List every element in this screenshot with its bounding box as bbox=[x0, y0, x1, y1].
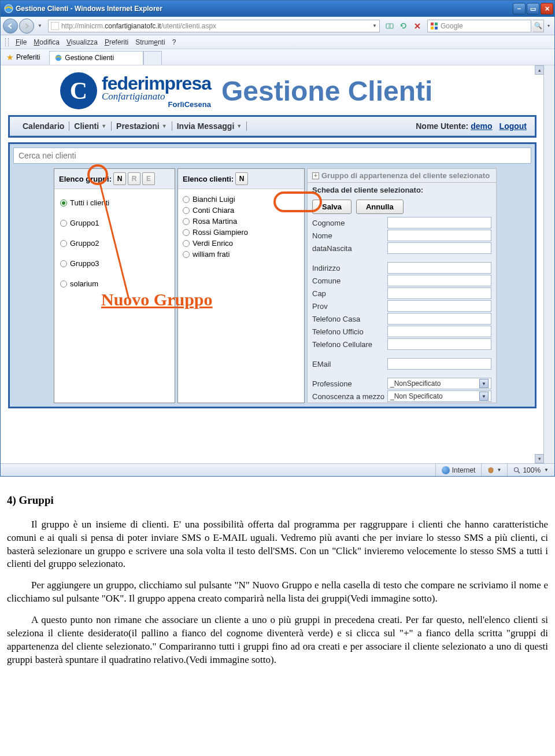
favorites-bar: ★ Preferiti Gestione Clienti bbox=[1, 49, 554, 65]
field-label: Conoscenza a mezzo bbox=[312, 392, 387, 401]
new-client-button[interactable]: N bbox=[235, 172, 248, 185]
nome-field[interactable] bbox=[387, 230, 491, 241]
groups-header: Elenco gruppi: bbox=[59, 175, 112, 183]
indirizzo-field[interactable] bbox=[387, 262, 491, 274]
nav-dropdown-icon[interactable]: ▼ bbox=[35, 23, 45, 28]
menu-preferiti[interactable]: Preferiti bbox=[105, 38, 128, 46]
professione-select[interactable]: _NonSpecificato▼ bbox=[387, 378, 491, 389]
chevron-down-icon: ▼ bbox=[236, 123, 242, 129]
tab-title: Gestione Clienti bbox=[65, 54, 114, 62]
chevron-down-icon: ▼ bbox=[479, 392, 489, 401]
svg-line-9 bbox=[518, 471, 520, 473]
titlebar: Gestione Clienti - Windows Internet Expl… bbox=[1, 1, 554, 17]
group-item[interactable]: Gruppo3 bbox=[60, 259, 169, 268]
maximize-button[interactable]: ▭ bbox=[527, 3, 539, 14]
new-group-button[interactable]: N bbox=[113, 172, 126, 185]
prov-field[interactable] bbox=[387, 300, 491, 312]
group-item[interactable]: Gruppo1 bbox=[60, 219, 169, 227]
cancel-button[interactable]: Annulla bbox=[356, 200, 404, 214]
menu-visualizza[interactable]: Visualizza bbox=[66, 38, 98, 46]
client-item[interactable]: Bianchi Luigi bbox=[183, 195, 299, 204]
scroll-down-button[interactable]: ▾ bbox=[535, 454, 544, 463]
google-icon bbox=[430, 22, 438, 30]
field-label: Comune bbox=[312, 276, 387, 285]
new-tab-button[interactable] bbox=[143, 51, 162, 65]
url-part2: confartigianatofc.it bbox=[105, 22, 161, 30]
client-item[interactable]: william frati bbox=[183, 250, 299, 259]
star-icon: ★ bbox=[6, 53, 14, 62]
address-bar[interactable]: http://minicrm.confartigianatofc.it/uten… bbox=[48, 20, 380, 32]
field-label: Telefono Casa bbox=[312, 315, 387, 323]
menu-help[interactable]: ? bbox=[172, 38, 176, 46]
back-button[interactable] bbox=[3, 19, 18, 34]
logout-link[interactable]: Logout bbox=[500, 121, 527, 131]
page-title: Gestione Clienti bbox=[221, 75, 432, 107]
refresh-icon[interactable] bbox=[397, 20, 410, 32]
client-item[interactable]: Verdi Enrico bbox=[183, 239, 299, 248]
grip-icon bbox=[5, 38, 9, 46]
user-label: Nome Utente: bbox=[416, 121, 468, 131]
svg-point-7 bbox=[56, 54, 62, 61]
doc-paragraph: Il gruppo è un insieme di clienti. E' un… bbox=[7, 518, 548, 571]
search-box[interactable]: Google bbox=[427, 20, 531, 32]
menu-invia[interactable]: Invia Messaggi▼ bbox=[172, 121, 247, 131]
client-item[interactable]: Conti Chiara bbox=[183, 206, 299, 215]
tab-active[interactable]: Gestione Clienti bbox=[49, 51, 143, 65]
scroll-up-button[interactable]: ▴ bbox=[535, 65, 544, 75]
svg-rect-6 bbox=[435, 27, 438, 29]
menu-modifica[interactable]: Modifica bbox=[34, 38, 60, 46]
save-button[interactable]: Salva bbox=[312, 200, 352, 214]
scheda-header: Scheda del cliente selezionato: bbox=[308, 183, 496, 197]
search-go-button[interactable]: 🔍 bbox=[532, 20, 544, 32]
field-label: Nome bbox=[312, 231, 387, 240]
group-item[interactable]: solarium bbox=[60, 279, 169, 288]
telcasa-field[interactable] bbox=[387, 313, 491, 324]
email-field[interactable] bbox=[387, 358, 491, 370]
document-text: 4) Gruppi Il gruppo è un insieme di clie… bbox=[0, 477, 555, 687]
svg-rect-3 bbox=[431, 23, 434, 25]
address-dropdown-icon[interactable]: ▼ bbox=[372, 23, 377, 28]
menu-file[interactable]: File bbox=[16, 38, 27, 46]
menu-calendario[interactable]: Calendario bbox=[18, 121, 69, 131]
datanascita-field[interactable] bbox=[387, 242, 491, 254]
ie-logo-icon bbox=[4, 4, 13, 13]
svg-rect-2 bbox=[388, 24, 391, 28]
status-zone: Internet bbox=[435, 464, 482, 476]
menu-strumenti[interactable]: Strumenti bbox=[135, 38, 165, 46]
group-item[interactable]: Gruppo2 bbox=[60, 239, 169, 248]
teluff-field[interactable] bbox=[387, 326, 491, 337]
conoscenza-select[interactable]: _Non Specificato▼ bbox=[387, 390, 491, 402]
status-bar: Internet ▼ 100% ▼ bbox=[1, 463, 554, 476]
menu-prestazioni[interactable]: Prestazioni▼ bbox=[112, 121, 172, 131]
forward-button[interactable] bbox=[19, 19, 34, 34]
username-link[interactable]: demo bbox=[471, 121, 492, 131]
delete-group-button[interactable]: E bbox=[142, 172, 155, 185]
minimize-button[interactable]: − bbox=[513, 3, 526, 14]
federimpresa-logo: C federimpresa Confartigianato ForlìCese… bbox=[60, 72, 211, 109]
search-input[interactable] bbox=[13, 147, 531, 164]
search-dropdown-icon[interactable]: ▾ bbox=[545, 23, 552, 28]
status-protected[interactable]: ▼ bbox=[481, 464, 507, 476]
compat-icon[interactable] bbox=[383, 20, 396, 32]
favorites-button[interactable]: ★ Preferiti bbox=[3, 51, 43, 64]
logo-city: ForlìCesena bbox=[102, 100, 211, 109]
group-item-all[interactable]: Tutti i clienti bbox=[60, 198, 169, 207]
doc-paragraph: A questo punto non rimane che associare … bbox=[7, 614, 548, 667]
status-zoom[interactable]: 100% ▼ bbox=[507, 464, 554, 476]
close-button[interactable]: ✕ bbox=[541, 3, 553, 14]
stop-icon[interactable] bbox=[411, 20, 424, 32]
menu-clienti[interactable]: Clienti▼ bbox=[69, 121, 112, 131]
expand-icon[interactable]: + bbox=[312, 172, 319, 179]
groups-panel: Elenco gruppi: N R E Tutti i clienti Gru… bbox=[54, 168, 175, 403]
svg-rect-5 bbox=[431, 27, 434, 29]
client-item[interactable]: Rosa Martina bbox=[183, 217, 299, 226]
comune-field[interactable] bbox=[387, 275, 491, 286]
cap-field[interactable] bbox=[387, 287, 491, 299]
window-title: Gestione Clienti - Windows Internet Expl… bbox=[16, 5, 513, 13]
doc-heading: 4) Gruppi bbox=[7, 493, 548, 508]
rename-group-button[interactable]: R bbox=[128, 172, 140, 185]
client-item[interactable]: Rossi Giampiero bbox=[183, 228, 299, 237]
cognome-field[interactable] bbox=[387, 217, 491, 228]
telcell-field[interactable] bbox=[387, 338, 491, 350]
search-placeholder: Google bbox=[441, 22, 463, 30]
